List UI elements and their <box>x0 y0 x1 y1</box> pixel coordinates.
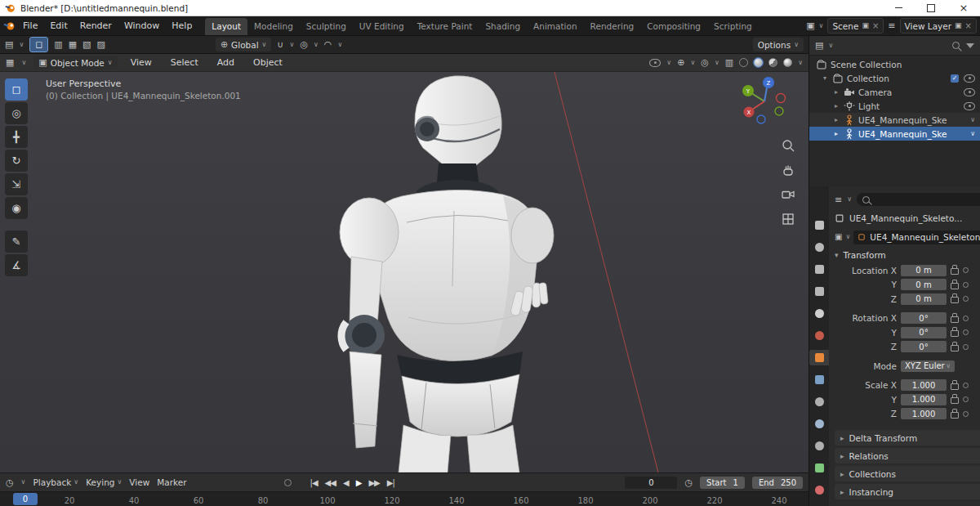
snap-magnet-icon[interactable]: ∪ <box>277 40 283 49</box>
outliner-filter-icon[interactable] <box>966 43 974 48</box>
lock-icon[interactable] <box>951 297 959 303</box>
transform-section-header[interactable]: ▾ Transform <box>835 247 980 263</box>
section-instancing[interactable]: ▸ Instancing <box>835 484 980 499</box>
object-name-field[interactable]: UE4_Mannequin_Skeleton.0... <box>853 231 980 244</box>
proportional-editing-icon[interactable]: ◎ <box>300 40 308 49</box>
auto-keying-icon[interactable] <box>284 479 292 486</box>
section-collections[interactable]: ▸ Collections <box>835 466 980 481</box>
lock-icon[interactable] <box>951 268 959 275</box>
3d-mannequin-model[interactable] <box>0 72 808 472</box>
unlink-scene-icon[interactable]: × <box>872 21 879 30</box>
select-box-tool-icon[interactable]: ◻ <box>5 78 28 101</box>
outliner-search-icon[interactable] <box>952 42 960 49</box>
lock-icon[interactable] <box>951 316 959 323</box>
menu-select[interactable]: Select <box>165 56 204 69</box>
reverse-play-button[interactable]: ◀ <box>343 478 349 487</box>
properties-tab-object-icon[interactable] <box>809 350 829 365</box>
outliner-row-armature-selected[interactable]: ▸ UE4_Mannequin_Ske ∨ <box>809 127 980 141</box>
move-tool-icon[interactable]: ╋ <box>5 126 28 148</box>
scene-browse-chevron-icon[interactable]: ∨ <box>819 23 824 29</box>
workspace-tab-scripting[interactable]: Scripting <box>707 18 759 35</box>
scale-z-field[interactable]: 1.000 <box>901 408 947 419</box>
armature-expander-icon[interactable]: ▸ <box>832 116 840 123</box>
rotation-y-field[interactable]: 0° <box>901 327 947 338</box>
properties-tab-particles-icon[interactable] <box>809 394 829 410</box>
minimize-icon[interactable] <box>882 0 915 16</box>
menu-help[interactable]: Help <box>166 19 198 33</box>
shading-chevron-icon[interactable]: ∨ <box>798 60 803 66</box>
new-view-layer-icon[interactable]: ▣ <box>955 22 962 29</box>
editor-type-icon[interactable]: ▤ <box>5 40 13 49</box>
tool-preset-icon-2[interactable]: ▦ <box>69 40 77 49</box>
animate-dot-icon[interactable] <box>963 267 969 273</box>
scale-x-field[interactable]: 1.000 <box>901 379 947 391</box>
browse-object-chevron-icon[interactable]: ∨ <box>845 234 850 240</box>
current-frame-field[interactable]: 0 <box>625 477 677 489</box>
properties-tab-tool-icon[interactable] <box>809 217 829 233</box>
transform-tool-icon[interactable]: ◉ <box>5 197 28 219</box>
menu-file[interactable]: File <box>17 19 43 33</box>
animate-dot-icon[interactable] <box>963 296 969 302</box>
blender-menu-icon[interactable] <box>3 20 16 32</box>
toggle-ortho-icon[interactable] <box>780 211 796 227</box>
workspace-tab-sculpting[interactable]: Sculpting <box>300 18 353 35</box>
visibility-chevron-icon[interactable]: ∨ <box>666 60 671 66</box>
workspace-tab-layout[interactable]: Layout <box>205 18 247 35</box>
outliner-editor-type-icon[interactable]: ▤ <box>815 41 823 50</box>
xray-toggle-icon[interactable]: ▥ <box>725 58 733 67</box>
properties-tab-data-icon[interactable] <box>809 460 829 476</box>
falloff-icon[interactable]: ◠ <box>324 40 332 49</box>
timeline-editor-type-icon[interactable]: ◷ <box>6 478 14 487</box>
hide-viewport-icon[interactable] <box>964 88 975 96</box>
menu-window[interactable]: Window <box>118 19 165 33</box>
browse-scene-icon[interactable]: ▣ <box>806 21 814 30</box>
section-relations[interactable]: ▸ Relations <box>835 448 980 463</box>
browse-object-icon[interactable]: ▣ <box>835 233 842 241</box>
lock-icon[interactable] <box>951 383 959 390</box>
menu-add[interactable]: Add <box>212 56 240 69</box>
properties-editor-chevron-icon[interactable]: ∨ <box>847 196 852 203</box>
lock-icon[interactable] <box>951 345 959 352</box>
gizmo-chevron-icon[interactable]: ∨ <box>690 60 695 66</box>
prev-keyframe-button[interactable]: ◀◀ <box>325 478 336 487</box>
row-collapse-chevron-icon[interactable]: ∨ <box>970 117 975 123</box>
snap-chevron-icon[interactable]: ∨ <box>290 42 295 48</box>
view-layer-selector[interactable]: View Layer ▣ × <box>900 18 977 34</box>
location-y-field[interactable]: 0 m <box>901 279 947 290</box>
camera-view-icon[interactable] <box>780 186 796 203</box>
playback-menu[interactable]: Playback∨ <box>33 477 78 487</box>
tool-preset-icon-1[interactable]: ▥ <box>54 40 62 49</box>
properties-tab-physics-icon[interactable] <box>809 416 829 432</box>
workspace-tab-uv-editing[interactable]: UV Editing <box>353 18 411 35</box>
properties-tab-scene-icon[interactable] <box>809 306 829 321</box>
falloff-chevron-icon[interactable]: ∨ <box>337 42 342 48</box>
section-delta-transform[interactable]: ▸ Delta Transform <box>835 430 980 446</box>
measure-tool-icon[interactable]: ∡ <box>5 254 28 276</box>
scale-y-field[interactable]: 1.000 <box>901 394 947 405</box>
light-expander-icon[interactable]: ▸ <box>832 102 840 110</box>
editor-type-chevron-icon[interactable]: ∨ <box>19 42 24 48</box>
outliner-row-camera[interactable]: ▸ Camera <box>809 85 980 99</box>
properties-search-input[interactable] <box>857 193 980 206</box>
proportional-chevron-icon[interactable]: ∨ <box>314 42 318 48</box>
lock-icon[interactable] <box>951 397 959 404</box>
animate-dot-icon[interactable] <box>963 411 969 417</box>
selected-expander-icon[interactable]: ▸ <box>832 130 840 137</box>
workspace-tab-compositing[interactable]: Compositing <box>640 18 707 35</box>
mode-dropdown[interactable]: ▣ Object Mode ∨ <box>33 56 117 69</box>
new-scene-icon[interactable]: ▣ <box>862 22 869 29</box>
breadcrumb-object-name[interactable]: UE4_Mannequin_Skeleto... <box>849 213 962 223</box>
properties-tab-render-icon[interactable] <box>809 240 829 255</box>
outliner-row-light[interactable]: ▸ Light <box>809 99 980 113</box>
lock-icon[interactable] <box>951 412 959 419</box>
outliner-row-armature[interactable]: ▸ UE4_Mannequin_Ske ∨ <box>809 113 980 127</box>
playhead-marker[interactable]: 0 <box>13 493 38 505</box>
options-dropdown[interactable]: Options ∨ <box>753 38 804 51</box>
workspace-tab-animation[interactable]: Animation <box>527 18 584 35</box>
keying-menu[interactable]: Keying∨ <box>86 477 122 487</box>
animate-dot-icon[interactable] <box>963 396 969 402</box>
pan-hand-icon[interactable] <box>780 162 796 178</box>
3d-viewport[interactable]: User Perspective (0) Collection | UE4_Ma… <box>0 72 808 472</box>
viewport-editor-chevron-icon[interactable]: ∨ <box>21 60 26 66</box>
collection-checkbox[interactable]: ✓ <box>951 74 959 83</box>
